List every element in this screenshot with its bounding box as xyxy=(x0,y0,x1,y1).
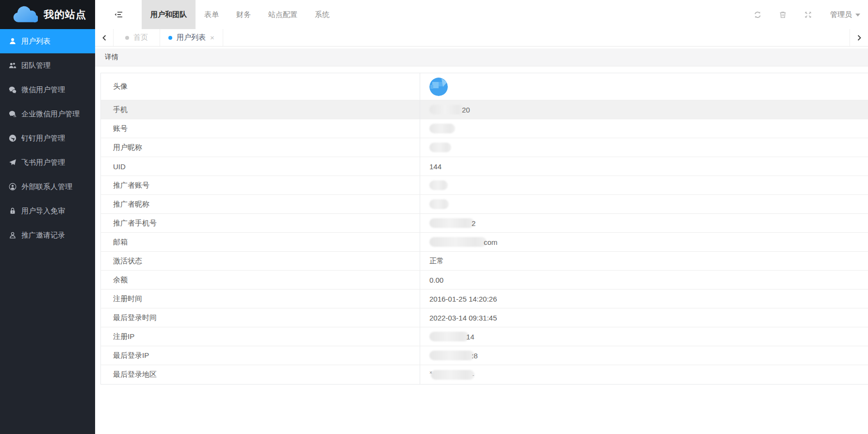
wechat-work-icon xyxy=(9,110,16,118)
table-row-email: 邮箱 com xyxy=(101,233,868,252)
sidebar-item-label: 飞书用户管理 xyxy=(21,158,65,167)
table-row-register-time: 注册时间 2016-01-25 14:20:26 xyxy=(101,289,868,308)
masked-value-suffix: com xyxy=(484,238,497,246)
field-label: 注册时间 xyxy=(101,289,420,308)
field-value: 20 xyxy=(420,100,868,119)
user-dropdown-label: 管理员 xyxy=(830,10,852,19)
cloud-icon xyxy=(12,6,38,23)
field-value: 2022-03-14 09:31:45 xyxy=(420,308,868,327)
field-value-text: 0.00 xyxy=(429,276,443,284)
masked-value-prefix: × xyxy=(429,370,432,375)
sidebar-item-feishu-users[interactable]: 飞书用户管理 xyxy=(0,150,95,175)
tabs-scroll-left-button[interactable] xyxy=(95,29,114,46)
field-label: 最后登录IP xyxy=(101,346,420,365)
nav-item-users-teams[interactable]: 用户和团队 xyxy=(142,0,196,29)
masked-value-blur xyxy=(429,199,449,209)
navbar-actions: 管理员 xyxy=(738,9,868,20)
wechat-icon xyxy=(9,86,16,94)
masked-value-suffix: - xyxy=(473,372,475,378)
field-label: 注册IP xyxy=(101,327,420,346)
sidebar-item-label: 钉钉用户管理 xyxy=(21,134,65,143)
masked-value-blur xyxy=(429,332,469,341)
sidebar-item-team-management[interactable]: 团队管理 xyxy=(0,53,95,78)
field-label: 推广者账号 xyxy=(101,176,420,194)
masked-value-blur xyxy=(429,105,465,114)
field-value-text: 2022-03-14 09:31:45 xyxy=(429,314,497,322)
nav-item-label: 系统 xyxy=(315,10,329,19)
field-label: 账号 xyxy=(101,119,420,138)
tab-bar: 首页 用户列表 × xyxy=(95,29,868,47)
nav-item-label: 用户和团队 xyxy=(150,10,187,19)
masked-value-blur xyxy=(429,237,487,247)
sidebar-item-label: 团队管理 xyxy=(21,61,50,70)
table-row-last-login-region: 最后登录地区 ×- xyxy=(101,365,868,384)
sidebar-item-label: 用户导入免审 xyxy=(21,207,65,216)
nav-item-forms[interactable]: 表单 xyxy=(196,0,228,29)
dingtalk-icon xyxy=(9,134,16,142)
sidebar-item-external-contacts[interactable]: 外部联系人管理 xyxy=(0,175,95,199)
caret-down-icon xyxy=(855,14,860,16)
field-value: ×- xyxy=(420,365,868,384)
chevron-right-icon xyxy=(856,34,862,41)
user-dropdown[interactable]: 管理员 xyxy=(830,10,860,19)
field-value: 0.00 xyxy=(420,271,868,289)
field-label: 手机 xyxy=(101,100,420,119)
trash-icon xyxy=(779,11,787,19)
table-row-avatar: 头像 xyxy=(101,73,868,100)
table-row-last-login-time: 最后登录时间 2022-03-14 09:31:45 xyxy=(101,308,868,327)
tab-close-icon[interactable]: × xyxy=(210,33,214,42)
sidebar-item-label: 外部联系人管理 xyxy=(21,182,72,192)
masked-value-suffix: 2 xyxy=(472,219,475,227)
sidebar-collapse-button[interactable] xyxy=(95,0,142,29)
table-row-account: 账号 xyxy=(101,119,868,138)
table-row-nickname: 用户昵称 xyxy=(101,138,868,157)
table-row-promoter-nickname: 推广者昵称 xyxy=(101,195,868,214)
sidebar-item-label: 微信用户管理 xyxy=(21,85,65,95)
nav-item-site-config[interactable]: 站点配置 xyxy=(260,0,306,29)
field-value: 2 xyxy=(420,214,868,232)
main-area: 用户和团队 表单 财务 站点配置 系统 管理员 xyxy=(95,0,868,434)
field-label: UID xyxy=(101,157,420,176)
nav-item-finance[interactable]: 财务 xyxy=(228,0,260,29)
top-navbar: 用户和团队 表单 财务 站点配置 系统 管理员 xyxy=(95,0,868,29)
user-detail-table: 头像 手机 xyxy=(100,73,868,385)
sidebar: 我的站点 用户列表 团队管理 微信用户管理 企业微信用户管理 钉钉用户管理 飞书… xyxy=(0,0,95,434)
fullscreen-button[interactable] xyxy=(802,9,814,20)
sidebar-item-wechat-users[interactable]: 微信用户管理 xyxy=(0,78,95,102)
masked-value-blur xyxy=(429,143,451,152)
sidebar-item-dingtalk-users[interactable]: 钉钉用户管理 xyxy=(0,126,95,150)
table-row-promoter-phone: 推广者手机号 2 xyxy=(101,214,868,233)
tabs-scroll-right-button[interactable] xyxy=(850,29,868,46)
nav-item-system[interactable]: 系统 xyxy=(306,0,338,29)
field-value: :8 xyxy=(420,346,868,365)
field-value xyxy=(420,119,868,138)
fullscreen-icon xyxy=(804,11,812,19)
content-area: 头像 手机 xyxy=(95,66,868,434)
sidebar-item-promo-invite-records[interactable]: 推广邀请记录 xyxy=(0,223,95,247)
sidebar-menu: 用户列表 团队管理 微信用户管理 企业微信用户管理 钉钉用户管理 飞书用户管理 … xyxy=(0,29,95,247)
masked-value-blur xyxy=(429,218,475,228)
menu-fold-icon xyxy=(114,11,123,18)
field-label: 用户昵称 xyxy=(101,138,420,157)
sidebar-item-user-import-exempt[interactable]: 用户导入免审 xyxy=(0,199,95,223)
masked-value-blur xyxy=(431,370,475,380)
sidebar-item-user-list[interactable]: 用户列表 xyxy=(0,29,95,53)
field-value: com xyxy=(420,233,868,251)
tab-status-dot xyxy=(168,36,172,40)
tab-home[interactable]: 首页 xyxy=(114,29,160,46)
trash-button[interactable] xyxy=(777,9,788,20)
field-value-text: 正常 xyxy=(429,257,444,266)
external-contact-icon xyxy=(9,183,16,191)
avatar xyxy=(429,78,448,96)
page-header: 详情 xyxy=(95,48,868,66)
table-row-promoter-account: 推广者账号 xyxy=(101,176,868,195)
top-nav-menu: 用户和团队 表单 财务 站点配置 系统 xyxy=(142,0,338,29)
refresh-button[interactable] xyxy=(752,9,763,20)
masked-value-suffix: 20 xyxy=(462,106,470,114)
field-value xyxy=(420,176,868,194)
user-icon xyxy=(9,37,16,45)
refresh-icon xyxy=(753,11,762,19)
sidebar-item-wechat-work-users[interactable]: 企业微信用户管理 xyxy=(0,102,95,126)
tab-user-list[interactable]: 用户列表 × xyxy=(160,29,223,46)
field-value: 14 xyxy=(420,327,868,346)
